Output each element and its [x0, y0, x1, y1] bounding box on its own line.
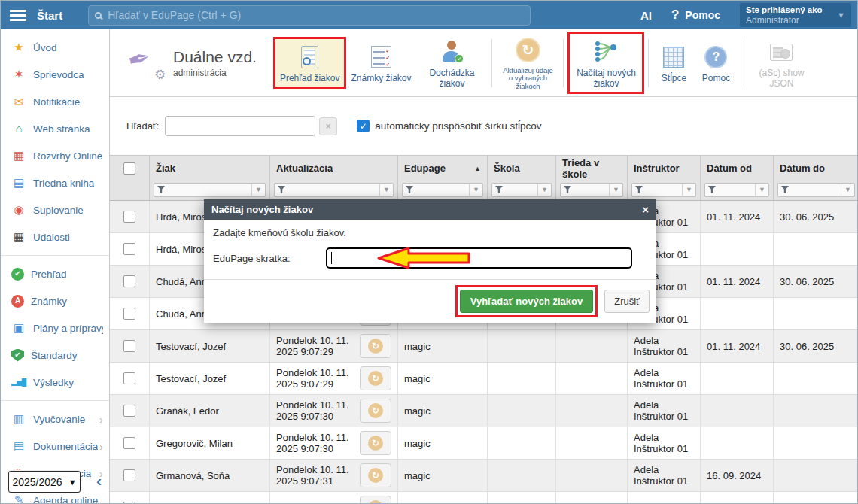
row-checkbox[interactable] [123, 243, 135, 255]
column-header-trieda-v-skole[interactable]: Trieda v škole [556, 156, 628, 181]
sidebar-item-prehlad[interactable]: ✔Prehľad [1, 260, 109, 287]
toolbar-button-aktualizuj-udaje-o-vybranych-ziakoch[interactable]: ↻Aktualizuj údaje o vybraných žiakoch [496, 32, 559, 94]
cell-datum-od [701, 298, 774, 329]
chevron-down-icon: ▼ [379, 184, 390, 196]
search-new-students-button[interactable]: Vyhľadať nových žiakov [460, 290, 593, 313]
sidebar-item-standardy[interactable]: ✔Štandardy [1, 342, 109, 369]
columns-icon [663, 43, 684, 71]
table-row[interactable]: Testovací, JozefPondelok 10. 11. 2025 9:… [110, 330, 858, 363]
toolbar-separator [563, 39, 564, 87]
table-row[interactable]: Gregorovič, MilanPondelok 10. 11. 2025 9… [110, 427, 858, 460]
toolbar-separator [741, 39, 741, 87]
toolbar-button-pomoc[interactable]: ?Pomoc [695, 39, 737, 87]
sidebar-item-suplovanie[interactable]: ◉Suplovanie [1, 196, 109, 223]
sidebar-item-znamky[interactable]: AZnámky [1, 287, 109, 314]
toolbar-separator [491, 39, 492, 87]
sidebar-item-label: Štandardy [31, 350, 78, 361]
row-checkbox[interactable] [123, 340, 135, 352]
search-label: Hľadať: [126, 120, 159, 132]
toolbar-button-label: Známky žiakov [351, 74, 411, 83]
sidebar-item-plany-a-pripravy[interactable]: ▣Plány a prípravy [1, 314, 109, 342]
pen-icon: ✎ [11, 493, 26, 504]
row-checkbox[interactable] [123, 308, 135, 320]
toolbar-button-znamky-ziakov[interactable]: Známky žiakov [346, 39, 415, 87]
cell-trieda-v-skole [556, 427, 628, 459]
table-row[interactable]: Pondelok 10. 11.↻Adela [110, 492, 858, 504]
toolbar-button-nacitaj-novych-ziakov[interactable]: Načítaj nových žiakov [570, 34, 642, 92]
logged-in-as-label: Ste prihlásený ako [746, 5, 837, 15]
row-checkbox[interactable] [123, 405, 135, 417]
column-header-datum-od[interactable]: Dátum od [701, 156, 774, 181]
top-bar: Štart AI ? Pomoc Ste prihlásený ako Admi… [1, 1, 857, 29]
filter-combo-datum-od[interactable]: ▼ [704, 183, 769, 197]
column-header-edupage[interactable]: Edupage▲ [398, 156, 488, 181]
toolbar-button-stlpce[interactable]: Stĺpce [653, 39, 695, 87]
refresh-student-button[interactable]: ↻ [360, 431, 391, 455]
filter-combo-edupage[interactable]: ▼ [402, 183, 483, 197]
filter-combo-ziak[interactable]: ▼ [154, 183, 266, 197]
row-checkbox[interactable] [123, 437, 135, 449]
row-checkbox[interactable] [123, 211, 135, 223]
global-search-input[interactable] [88, 5, 531, 26]
json-icon [770, 38, 793, 66]
refresh-student-button[interactable]: ↻ [360, 399, 391, 423]
sidebar-item-vysledky[interactable]: ▂▅█Výsledky [1, 369, 109, 396]
global-search-field[interactable] [108, 9, 524, 21]
sidebar-item-triedna-kniha[interactable]: ▤Triedna kniha [1, 169, 109, 196]
sidebar-item-label: Známky [31, 296, 67, 307]
hamburger-menu-icon[interactable] [10, 10, 26, 21]
toolbar-button-asc-show-json[interactable]: (aSc) show JSON [745, 34, 817, 92]
autofit-columns-checkbox[interactable]: ✓ [357, 120, 370, 132]
sidebar-item-vyucovanie[interactable]: ▥Vyučovanie› [1, 405, 109, 433]
refresh-student-button[interactable]: ↻ [360, 366, 391, 390]
sidebar-item-web-stranka[interactable]: ⌂Web stránka [1, 115, 109, 142]
filter-combo-trieda-v-skole[interactable]: ▼ [560, 183, 623, 197]
column-header-skola[interactable]: Škola [488, 156, 556, 181]
cancel-button[interactable]: Zrušiť [604, 290, 650, 313]
select-all-checkbox[interactable] [123, 162, 135, 175]
filter-combo-instruktor[interactable]: ▼ [631, 183, 696, 197]
start-menu-button[interactable]: Štart [37, 9, 62, 22]
ai-button[interactable]: AI [640, 9, 652, 22]
select-all-cell [110, 156, 150, 181]
refresh-student-button[interactable]: ↻ [360, 463, 391, 487]
column-header-datum-do[interactable]: Dátum do [774, 156, 858, 181]
cell-instruktor: Adela Inštruktor 01 [628, 460, 701, 491]
row-checkbox[interactable] [123, 275, 135, 287]
sidebar-item-uvod[interactable]: ★Úvod [1, 34, 109, 61]
edupage-shortcut-input[interactable] [326, 247, 632, 269]
toolbar-button-prehlad-ziakov[interactable]: Prehľad žiakov [275, 39, 345, 87]
school-year-select[interactable]: 2025/2026 ▼ [8, 471, 81, 493]
toolbar-button-dochadzka-ziakov[interactable]: ✓Dochádzka žiakov [415, 34, 488, 92]
user-menu[interactable]: Ste prihlásený ako Administrátor ▼ [740, 3, 851, 27]
sidebar-item-sprievodca[interactable]: ✶Sprievodca [1, 61, 109, 88]
filter-combo-aktualizacia[interactable]: ▼ [274, 183, 394, 197]
refresh-icon: ↻ [368, 468, 383, 483]
column-header-ziak[interactable]: Žiak [150, 156, 270, 181]
table-row[interactable]: Testovací, JozefPondelok 10. 11. 2025 9:… [110, 363, 858, 395]
collapse-sidebar-icon[interactable]: ‹ [96, 472, 102, 490]
table-row[interactable]: Grmanová, SoňaPondelok 10. 11. 2025 9:07… [110, 460, 858, 492]
table-row[interactable]: Graňák, FedorPondelok 10. 11. 2025 9:07:… [110, 395, 858, 427]
filter-combo-skola[interactable]: ▼ [491, 183, 552, 197]
chevron-down-icon: ▼ [537, 184, 548, 196]
close-icon[interactable]: × [642, 203, 649, 216]
help-button[interactable]: ? Pomoc [671, 8, 720, 23]
notebook-icon: ▤ [11, 176, 26, 190]
sidebar-item-notifikacie[interactable]: ✉Notifikácie [1, 88, 109, 115]
sidebar-item-udalosti[interactable]: ▦Udalosti [1, 223, 109, 250]
sidebar-item-rozvrhy-online[interactable]: ▦Rozvrhy Online [1, 142, 109, 169]
cell-skola [488, 492, 556, 504]
filter-combo-datum-do[interactable]: ▼ [777, 183, 855, 197]
row-checkbox[interactable] [123, 372, 135, 384]
table-search-input[interactable] [165, 116, 315, 136]
column-header-aktualizacia[interactable]: Aktualizácia [270, 156, 398, 181]
row-checkbox[interactable] [123, 469, 135, 481]
dialog-title-bar: Načítaj nových žiakov × [204, 199, 656, 220]
refresh-student-button[interactable]: ↻ [360, 334, 391, 358]
sidebar-item-label: Web stránka [33, 123, 90, 135]
sidebar-item-dokumentacia[interactable]: ▤Dokumentácia› [1, 433, 109, 460]
chevron-down-icon: ▼ [755, 184, 765, 196]
column-header-instruktor[interactable]: Inštruktor [628, 156, 701, 181]
clear-search-button[interactable]: × [319, 117, 337, 135]
